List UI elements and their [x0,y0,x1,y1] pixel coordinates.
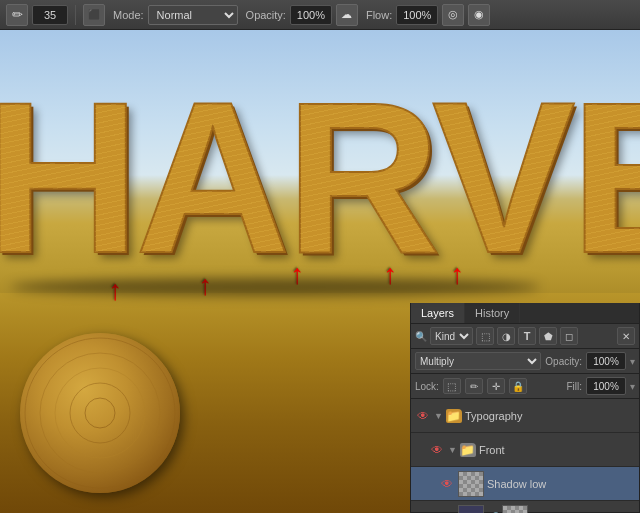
svg-point-2 [55,368,145,458]
toolbar-separator-1 [75,5,76,25]
flow-input[interactable] [396,5,438,25]
layer-row-front-base[interactable]: 👁 HRVe 🔗 Front base [411,501,639,513]
layer-eye-front-base[interactable]: 👁 [439,510,455,514]
opacity-value-input[interactable] [586,352,626,370]
extra-options-icon[interactable]: ◉ [468,4,490,26]
opacity-label: Opacity: [545,356,582,367]
layer-thumb-mask-pattern [503,506,527,514]
svg-point-1 [40,353,160,473]
layers-list: 👁 ▼ 📁 Typography 👁 ▼ 📁 Front 👁 Shadow lo… [411,399,639,513]
layer-eye-shadow-low[interactable]: 👁 [439,476,455,492]
opacity-input[interactable] [290,5,332,25]
fill-value-input[interactable] [586,377,626,395]
tab-layers[interactable]: Layers [411,303,465,323]
airbrush-icon[interactable]: ☁ [336,4,358,26]
layer-filter-adjust-icon[interactable]: ◑ [497,327,515,345]
layer-kind-select[interactable]: Kind [430,327,473,345]
layer-filter-smart-icon[interactable]: ◻ [560,327,578,345]
lock-transparent-btn[interactable]: ⬚ [443,378,461,394]
layer-eye-typography[interactable]: 👁 [415,408,431,424]
layer-thumb-checker-pattern [459,472,483,496]
layer-row-front[interactable]: 👁 ▼ 📁 Front [411,433,639,467]
layer-filter-pixel-icon[interactable]: ⬚ [476,327,494,345]
brush-picker-icon[interactable]: ⬛ [83,4,105,26]
layers-lock-row: Lock: ⬚ ✏ ✛ 🔒 Fill: ▾ [411,374,639,399]
opacity-arrow[interactable]: ▾ [630,356,635,367]
layer-filter-effect-icon[interactable]: ✕ [617,327,635,345]
lock-paint-btn[interactable]: ✏ [465,378,483,394]
search-icon: 🔍 [415,331,427,342]
layer-row-shadow-low[interactable]: 👁 Shadow low [411,467,639,501]
layer-filter-shape-icon[interactable]: ⬟ [539,327,557,345]
layer-expand-typography[interactable]: ▼ [434,411,443,421]
mode-select[interactable]: Normal Multiply Screen Overlay [148,5,238,25]
layers-tabs: Layers History [411,303,639,324]
lock-label: Lock: [415,381,439,392]
brush-tool-icon[interactable]: ✏ [6,4,28,26]
hay-bale [20,333,180,493]
svg-point-4 [85,398,115,428]
layer-name-front: Front [479,444,635,456]
layers-search-row: 🔍 Kind ⬚ ◑ T ⬟ ◻ ✕ [411,324,639,349]
layers-blend-row: Multiply Normal Screen Overlay Opacity: … [411,349,639,374]
hay-bale-texture [20,333,180,493]
lock-all-btn[interactable]: 🔒 [509,378,527,394]
opacity-label: Opacity: [246,9,286,21]
svg-point-0 [25,338,175,488]
fill-arrow[interactable]: ▾ [630,381,635,392]
layer-thumb-front-base-mask [502,505,528,514]
blend-mode-select[interactable]: Multiply Normal Screen Overlay [415,352,541,370]
mode-label: Mode: [113,9,144,21]
toolbar: ✏ ⬛ Mode: Normal Multiply Screen Overlay… [0,0,640,30]
brush-size-box [32,5,68,25]
harve-text-overlay: HARVE [0,70,640,285]
layer-row-typography[interactable]: 👁 ▼ 📁 Typography [411,399,639,433]
layer-thumb-shadow-low [458,471,484,497]
layers-panel: Layers History 🔍 Kind ⬚ ◑ T ⬟ ◻ ✕ Multip… [410,303,640,513]
canvas-area[interactable]: HARVE HARVE ↓ ↓ ↓ ↓ ↓ Layers History 🔍 K… [0,30,640,513]
layer-thumb-front-base: HRVe [458,505,484,514]
stylus-pressure-icon[interactable]: ◎ [442,4,464,26]
layer-folder-icon-typography: 📁 [446,409,462,423]
layer-filter-text-icon[interactable]: T [518,327,536,345]
layer-name-typography: Typography [465,410,635,422]
layer-folder-icon-front: 📁 [460,443,476,457]
layer-eye-front[interactable]: 👁 [429,442,445,458]
tab-history[interactable]: History [465,303,520,323]
flow-label: Flow: [366,9,392,21]
brush-size-input[interactable] [32,5,68,25]
lock-position-btn[interactable]: ✛ [487,378,505,394]
svg-point-3 [70,383,130,443]
layer-expand-front[interactable]: ▼ [448,445,457,455]
layer-thumb-text-content: HRVe [459,506,483,514]
fill-label: Fill: [566,381,582,392]
layer-name-shadow-low: Shadow low [487,478,635,490]
